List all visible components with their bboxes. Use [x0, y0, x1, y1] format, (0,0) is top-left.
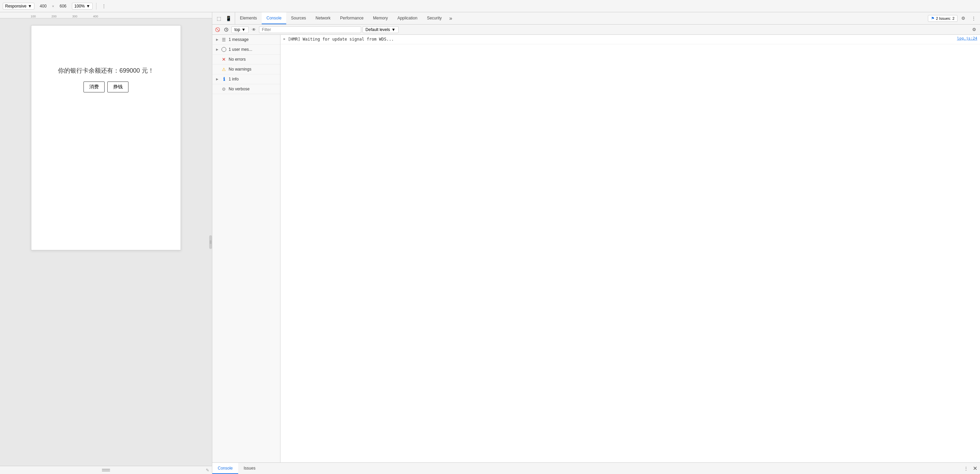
tab-memory[interactable]: Memory: [368, 12, 393, 24]
top-toolbar: Responsive ▼ × 100% ▼ ⋮: [0, 0, 980, 12]
tab-sources-label: Sources: [291, 16, 306, 21]
console-log-area: ▶ [HMR] Waiting for update signal from W…: [280, 35, 980, 463]
clear-console-icon[interactable]: 🚫: [214, 26, 221, 34]
sidebar-item-user[interactable]: ▶ 1 user mes...: [212, 45, 280, 54]
console-toolbar: 🚫 top ▼ 👁 Default levels ▼ ⚙: [212, 24, 980, 35]
bottom-line-2: [102, 471, 110, 471]
responsive-select[interactable]: Responsive ▼: [3, 3, 34, 10]
preserve-log-icon[interactable]: [223, 26, 230, 34]
device-toolbar-icon[interactable]: 📱: [224, 14, 233, 23]
width-input[interactable]: [37, 4, 50, 8]
button-group: 消费 挣钱: [83, 81, 129, 93]
devtools-panel: ⬚ 📱 Elements Console Sources Network Per…: [212, 12, 980, 474]
tab-elements[interactable]: Elements: [235, 12, 262, 24]
issues-count: 2: [952, 16, 955, 21]
sidebar-message-label: 1 message: [229, 37, 249, 42]
error-icon: ✕: [221, 57, 227, 62]
tab-network[interactable]: Network: [311, 12, 335, 24]
warning-icon: ⚠: [221, 67, 227, 72]
zoom-arrow: ▼: [86, 4, 90, 8]
tab-sources[interactable]: Sources: [286, 12, 311, 24]
console-body: ▶ ☰ 1 message ▶ 1 user mes... ▶: [212, 35, 980, 463]
context-select[interactable]: top ▼: [231, 26, 249, 33]
expand-message-icon[interactable]: ▶: [215, 38, 219, 41]
spend-button[interactable]: 消费: [83, 81, 105, 93]
filter-input[interactable]: [259, 26, 361, 33]
devtools-nav-left: ⬚ 📱: [212, 12, 235, 24]
tab-performance-label: Performance: [340, 16, 364, 21]
responsive-arrow: ▼: [28, 4, 32, 8]
preview-pane: 100 200 300 400 你的银行卡余额还有：699000 元！ 消费 挣…: [0, 12, 212, 474]
sidebar-item-info[interactable]: ▶ ℹ 1 info: [212, 74, 280, 84]
bottom-right-icon: ✎: [206, 468, 209, 472]
resize-handle[interactable]: ||: [209, 235, 212, 249]
console-settings-icon[interactable]: ⚙: [970, 25, 978, 34]
info-icon: ℹ: [221, 77, 227, 82]
more-tabs-button[interactable]: »: [446, 12, 455, 24]
tab-application-label: Application: [397, 16, 417, 21]
tab-security[interactable]: Security: [422, 12, 446, 24]
zoom-select[interactable]: 100% ▼: [72, 3, 93, 10]
default-levels-label: Default levels: [366, 27, 390, 32]
resize-dots-icon: ||: [210, 240, 211, 244]
dimension-separator: ×: [52, 4, 54, 8]
bottom-tab-console[interactable]: Console: [212, 463, 238, 474]
sidebar-item-verbose[interactable]: ▶ ⚙ No verbose: [212, 84, 280, 94]
verbose-icon: ⚙: [221, 86, 227, 92]
more-options-button[interactable]: ⋮: [100, 2, 108, 10]
log-expand-icon[interactable]: ▶: [283, 37, 286, 41]
ruler-mark-100: 100: [31, 15, 36, 18]
tab-memory-label: Memory: [373, 16, 388, 21]
message-icon: ☰: [221, 37, 227, 42]
customize-devtools-icon[interactable]: ⋮: [969, 14, 978, 23]
app-content: 你的银行卡余额还有：699000 元！ 消费 挣钱: [58, 67, 154, 93]
sidebar-item-message[interactable]: ▶ ☰ 1 message: [212, 35, 280, 45]
height-input[interactable]: [56, 4, 70, 8]
devtools-bottom-tabs: Console Issues ⋮ ✕: [212, 463, 980, 474]
issues-badge[interactable]: ⚑ 2 Issues: 2: [928, 15, 958, 22]
balance-text: 你的银行卡余额还有：699000 元！: [58, 67, 154, 75]
log-source[interactable]: log.js:24: [957, 36, 977, 41]
tab-performance[interactable]: Performance: [335, 12, 368, 24]
inspect-element-icon[interactable]: ⬚: [214, 14, 223, 23]
issues-label: 2 Issues:: [936, 16, 951, 21]
ruler-horizontal: 100 200 300 400: [0, 12, 212, 18]
zoom-label: 100%: [74, 4, 85, 8]
sidebar-item-errors[interactable]: ▶ ✕ No errors: [212, 54, 280, 64]
ruler-mark-300: 300: [72, 15, 77, 18]
eye-icon[interactable]: 👁: [250, 26, 258, 34]
bottom-line-1: [102, 469, 110, 469]
ruler-mark-200: 200: [51, 15, 57, 18]
tab-console[interactable]: Console: [262, 12, 286, 24]
ruler-mark-400: 400: [93, 15, 98, 18]
devtools-tabs: Elements Console Sources Network Perform…: [235, 12, 455, 24]
console-right-icons: ⚙: [970, 25, 978, 34]
tab-elements-label: Elements: [240, 16, 257, 21]
close-drawer-button[interactable]: ✕: [970, 463, 980, 474]
preview-bottom: ✎: [0, 466, 212, 474]
bottom-tab-issues[interactable]: Issues: [238, 463, 261, 474]
sidebar-errors-label: No errors: [229, 57, 246, 62]
context-arrow: ▼: [242, 27, 246, 32]
default-levels-button[interactable]: Default levels ▼: [363, 26, 399, 33]
log-entry: ▶ [HMR] Waiting for update signal from W…: [280, 35, 980, 44]
settings-icon[interactable]: ⚙: [959, 14, 968, 23]
preview-content: 你的银行卡余额还有：699000 元！ 消费 挣钱 ||: [0, 18, 212, 466]
tab-application[interactable]: Application: [393, 12, 422, 24]
main-area: 100 200 300 400 你的银行卡余额还有：699000 元！ 消费 挣…: [0, 12, 980, 474]
expand-user-icon[interactable]: ▶: [215, 47, 219, 51]
tab-network-label: Network: [315, 16, 331, 21]
devtools-nav: ⬚ 📱 Elements Console Sources Network Per…: [212, 12, 980, 24]
user-icon: [221, 47, 227, 52]
earn-button[interactable]: 挣钱: [107, 81, 129, 93]
bottom-issues-label: Issues: [243, 466, 256, 471]
phone-frame: 你的银行卡余额还有：699000 元！ 消费 挣钱: [31, 25, 181, 250]
bottom-more-button[interactable]: ⋮: [962, 463, 970, 474]
expand-info-icon[interactable]: ▶: [215, 77, 219, 81]
context-label: top: [234, 27, 240, 32]
console-sidebar: ▶ ☰ 1 message ▶ 1 user mes... ▶: [212, 35, 280, 463]
sidebar-item-warnings[interactable]: ▶ ⚠ No warnings: [212, 64, 280, 74]
sidebar-info-label: 1 info: [229, 77, 239, 81]
tab-security-label: Security: [427, 16, 442, 21]
log-text: [HMR] Waiting for update signal from WDS…: [288, 36, 954, 43]
